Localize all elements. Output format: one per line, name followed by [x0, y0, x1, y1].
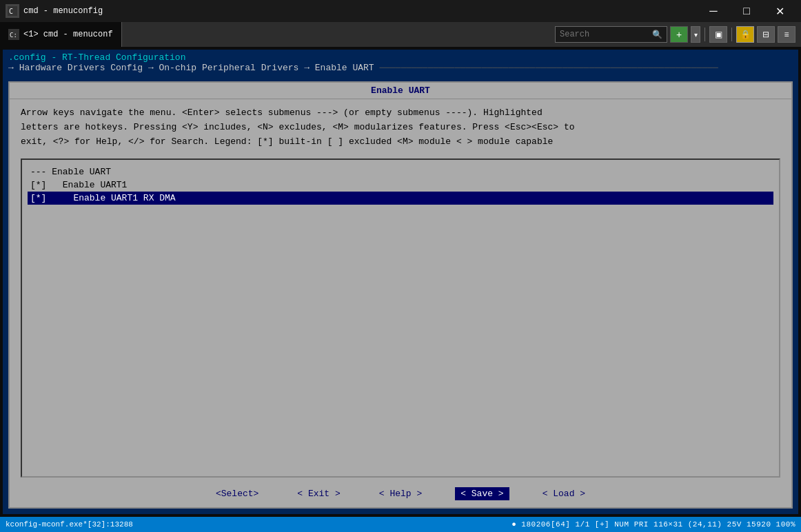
- exit-button[interactable]: < Exit >: [292, 487, 345, 500]
- main-window: C cmd - menuconfig ─ □ ✕ C: <1> cmd - me…: [0, 0, 801, 532]
- menu-item-0[interactable]: --- Enable UART: [28, 165, 773, 178]
- toolbar: 🔍 + ▾ ▣ 🔒 ⊟ ≡: [122, 22, 801, 47]
- tab-label: <1> cmd - menuconf: [23, 30, 113, 39]
- lock-button[interactable]: 🔒: [736, 26, 754, 43]
- window-title: cmd - menuconfig: [23, 6, 693, 16]
- minimize-button[interactable]: ─: [698, 0, 729, 22]
- breadcrumb-arrow-2: →: [148, 63, 154, 73]
- load-button[interactable]: < Load >: [537, 487, 591, 500]
- breadcrumb-bar: .config - RT-Thread Configuration → Hard…: [3, 50, 798, 76]
- config-title: .config - RT-Thread Configuration: [8, 52, 185, 63]
- menu-button[interactable]: ≡: [778, 26, 795, 43]
- dialog-help-text: Arrow keys navigate the menu. <Enter> se…: [10, 99, 791, 156]
- separator-2: [731, 28, 732, 41]
- search-box: 🔍: [555, 26, 667, 43]
- dialog-title: Enable UART: [10, 83, 791, 99]
- help-line-2: letters are hotkeys. Pressing <Y> includ…: [21, 121, 780, 135]
- status-bar: kconfig-mconf.exe*[32]:13288 ● 180206[64…: [0, 517, 801, 532]
- pane-button[interactable]: ⊟: [757, 26, 775, 43]
- breadcrumb-arrow-3: →: [304, 63, 310, 73]
- tab-cmd-menuconf[interactable]: C: <1> cmd - menuconf: [0, 22, 122, 47]
- breadcrumb-part-2: On-chip Peripheral Drivers: [159, 63, 299, 73]
- title-bar: C cmd - menuconfig ─ □ ✕: [0, 0, 801, 22]
- window-controls: ─ □ ✕: [698, 0, 795, 22]
- save-button[interactable]: < Save >: [455, 487, 509, 500]
- help-button[interactable]: < Help >: [374, 487, 427, 500]
- breadcrumb-part-1: Hardware Drivers Config: [19, 63, 143, 73]
- tab-terminal-icon: C:: [8, 29, 19, 40]
- svg-text:C:: C:: [10, 32, 17, 39]
- select-button[interactable]: <Select>: [210, 487, 264, 500]
- dialog-footer: <Select> < Exit > < Help > < Save > < Lo…: [10, 480, 791, 507]
- view-button[interactable]: ▣: [709, 26, 727, 43]
- menu-area[interactable]: --- Enable UART [*] Enable UART1 [*] Ena…: [21, 158, 780, 478]
- menu-item-2[interactable]: [*] Enable UART1 RX DMA: [28, 192, 773, 205]
- svg-text:C: C: [9, 8, 13, 15]
- main-content: .config - RT-Thread Configuration → Hard…: [0, 47, 801, 517]
- maximize-button[interactable]: □: [731, 0, 762, 22]
- add-button[interactable]: +: [670, 26, 688, 43]
- search-input[interactable]: [560, 30, 649, 39]
- help-line-1: Arrow keys navigate the menu. <Enter> se…: [21, 106, 780, 121]
- terminal: .config - RT-Thread Configuration → Hard…: [3, 50, 798, 514]
- status-left: kconfig-mconf.exe*[32]:13288: [6, 520, 133, 529]
- status-right: ● 180206[64] 1/1 [+] NUM PRI 116×31 (24,…: [511, 520, 795, 529]
- dialog-container: Enable UART Arrow keys navigate the menu…: [3, 76, 798, 514]
- breadcrumb-arrow-1: →: [8, 63, 14, 73]
- search-icon: 🔍: [652, 30, 662, 40]
- breadcrumb-part-3: Enable UART: [315, 63, 374, 73]
- menu-item-1[interactable]: [*] Enable UART1: [28, 178, 773, 192]
- dropdown-button[interactable]: ▾: [691, 26, 700, 43]
- app-icon: C: [6, 4, 19, 18]
- separator-1: [704, 28, 705, 41]
- dialog-box: Enable UART Arrow keys navigate the menu…: [8, 81, 793, 509]
- tab-bar: C: <1> cmd - menuconf 🔍 + ▾ ▣ 🔒 ⊟ ≡: [0, 22, 801, 47]
- help-line-3: exit, <?> for Help, </> for Search. Lege…: [21, 135, 780, 150]
- close-button[interactable]: ✕: [764, 0, 795, 22]
